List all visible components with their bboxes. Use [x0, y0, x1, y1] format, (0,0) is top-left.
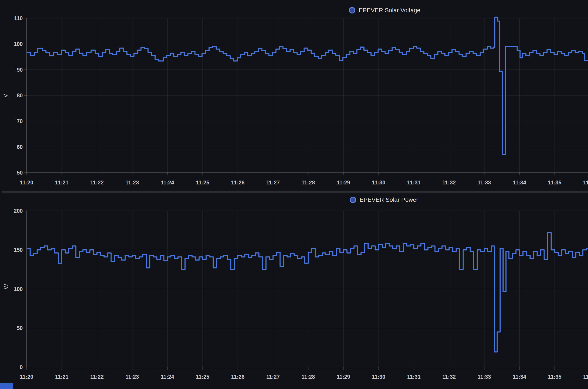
x-axis-tick-label: 11:27: [260, 374, 286, 380]
y-axis-tick-label: 110: [4, 15, 23, 21]
panel-solar-power: EPEVER Solar Power W 20015010050011:2011…: [0, 193, 588, 389]
x-axis-tick-label: 11:22: [84, 374, 110, 380]
x-axis-tick-label: 11:35: [542, 179, 568, 186]
legend-series-icon: [350, 197, 356, 203]
x-axis-tick-label: 11:34: [507, 374, 532, 380]
x-axis-tick-label: 11:20: [14, 179, 39, 186]
y-axis-tick-label: 200: [4, 208, 23, 214]
y-axis-tick-label: 100: [4, 286, 23, 292]
y-axis-tick-label: 50: [4, 325, 23, 331]
y-axis-tick-label: 90: [4, 67, 23, 73]
legend-series-icon: [349, 7, 355, 13]
x-axis-tick-label: 11:22: [84, 179, 110, 186]
y-axis-tick-label: 100: [4, 41, 23, 47]
y-axis-tick-label: 80: [4, 93, 23, 98]
x-axis-tick-label: 11:23: [119, 374, 145, 380]
x-axis-tick-label: 11:24: [154, 179, 180, 186]
y-axis-tick-label: 0: [4, 364, 23, 370]
y-axis-tick-label: 150: [4, 247, 23, 253]
x-axis-tick-label: 11:31: [401, 374, 427, 380]
y-axis-tick-label: 70: [4, 118, 23, 124]
x-axis-tick-label: 11:36: [577, 374, 588, 380]
legend-series-label: EPEVER Solar Power: [360, 195, 418, 204]
x-axis-tick-label: 11:27: [260, 179, 286, 186]
legend-item-solar-voltage[interactable]: EPEVER Solar Voltage: [349, 6, 420, 15]
x-axis-tick-label: 11:35: [542, 374, 568, 380]
legend-item-solar-power[interactable]: EPEVER Solar Power: [350, 195, 418, 204]
bottom-left-accent-bar: [0, 383, 13, 389]
x-axis-tick-label: 11:20: [14, 374, 39, 380]
x-axis-tick-label: 11:25: [190, 179, 216, 186]
panel-solar-voltage: EPEVER Solar Voltage V 11010090807060501…: [0, 0, 588, 191]
x-axis-tick-label: 11:21: [49, 374, 75, 380]
legend-series-label: EPEVER Solar Voltage: [359, 6, 420, 15]
y-axis-tick-label: 60: [4, 144, 23, 150]
x-axis-tick-label: 11:25: [190, 374, 216, 380]
x-axis-tick-label: 11:34: [507, 179, 532, 186]
x-axis-tick-label: 11:32: [436, 179, 462, 186]
x-axis-tick-label: 11:28: [295, 179, 321, 186]
x-axis-tick-label: 11:28: [295, 374, 321, 380]
x-axis-tick-label: 11:21: [49, 179, 75, 186]
x-axis-tick-label: 11:23: [119, 179, 145, 186]
x-axis-tick-label: 11:26: [225, 179, 251, 186]
x-axis-tick-label: 11:29: [331, 179, 356, 186]
x-axis-tick-label: 11:33: [471, 179, 497, 186]
x-axis-tick-label: 11:24: [154, 374, 180, 380]
x-axis-tick-label: 11:30: [366, 374, 391, 380]
x-axis-tick-label: 11:30: [366, 179, 391, 186]
x-axis-tick-label: 11:33: [471, 374, 497, 380]
x-axis-tick-label: 11:29: [331, 374, 356, 380]
x-axis-tick-label: 11:31: [401, 179, 427, 186]
x-axis-tick-label: 11:32: [436, 374, 462, 380]
y-axis-tick-label: 50: [4, 170, 23, 176]
panel-resize-handle[interactable]: [2, 191, 588, 193]
x-axis-tick-label: 11:26: [225, 374, 251, 380]
x-axis-tick-label: 11:36: [577, 179, 588, 186]
